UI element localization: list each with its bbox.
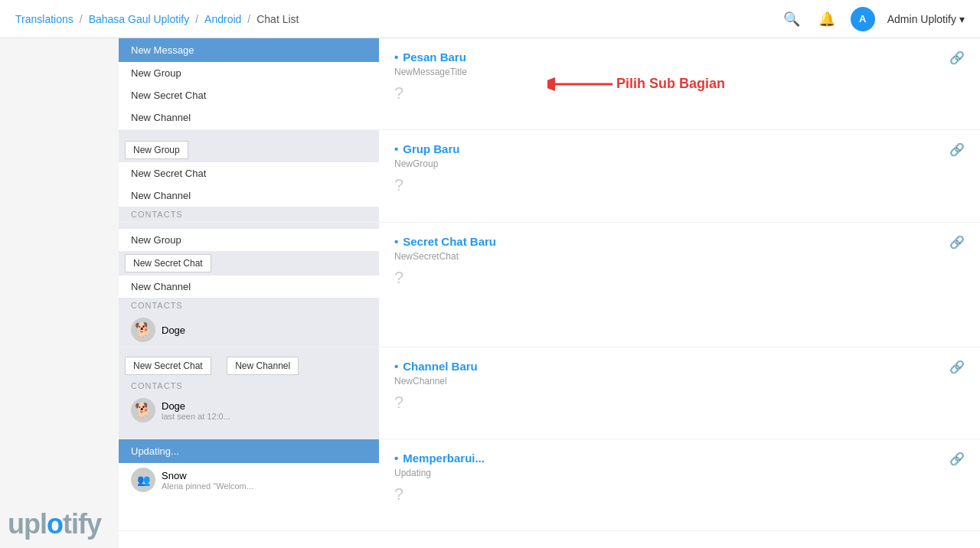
updating-button[interactable]: Updating...: [119, 439, 379, 463]
new-secret-chat-item[interactable]: New Secret Chat: [119, 84, 379, 106]
contacts-label-4: CONTACTS: [119, 378, 379, 393]
chat-value-2: ?: [394, 175, 965, 195]
chat-title-1: Pesan Baru: [394, 51, 965, 64]
breadcrumb-translations[interactable]: Translations: [15, 13, 74, 25]
logo: uplotify: [8, 508, 101, 540]
annotation-text: Pilih Sub Bagian: [616, 76, 725, 92]
chat-key-4: NewChannel: [394, 376, 965, 387]
chat-preview-4: New Secret Chat New Channel CONTACTS 🐕 D…: [119, 347, 379, 439]
avatar: A: [851, 7, 875, 31]
link-icon-2[interactable]: 🔗: [949, 142, 965, 157]
contact-name-3: Doge: [162, 325, 185, 336]
breadcrumb-sep-2: /: [195, 13, 198, 25]
logo-text: uplotify: [8, 508, 101, 540]
contact-info-4: Doge last seen at 12:0...: [162, 400, 230, 421]
chat-title-3: Secret Chat Baru: [394, 235, 965, 248]
admin-name-button[interactable]: Admin Uplotify ▾: [887, 13, 965, 25]
contact-item-5: 👥 Snow Alena pinned "Welcom...: [119, 463, 379, 497]
chat-row-4: New Secret Chat New Channel CONTACTS 🐕 D…: [119, 347, 980, 439]
link-icon-1[interactable]: 🔗: [949, 51, 965, 65]
contact-info-5: Snow Alena pinned "Welcom...: [162, 470, 253, 491]
chat-key-3: NewSecretChat: [394, 251, 965, 262]
breadcrumb-sep-3: /: [247, 13, 250, 25]
header: Translations / Bahasa Gaul Uplotify / An…: [0, 0, 980, 38]
new-channel-item-3[interactable]: New Channel: [119, 276, 379, 298]
chat-content-2: Grup Baru NewGroup ? 🔗: [379, 130, 980, 222]
contact-avatar-3: 🐕: [131, 318, 155, 342]
contact-item-3: 🐕 Doge: [119, 313, 379, 347]
chat-preview-5: Updating... 👥 Snow Alena pinned "Welcom.…: [119, 439, 379, 530]
new-channel-item[interactable]: New Channel: [119, 106, 379, 129]
new-secret-bordered-4[interactable]: New Secret Chat: [125, 357, 211, 375]
chat-row-3: New Group New Secret Chat New Channel CO…: [119, 223, 980, 347]
chat-row-5: Updating... 👥 Snow Alena pinned "Welcom.…: [119, 439, 980, 531]
search-icon[interactable]: 🔍: [780, 8, 803, 31]
annotation: Pilih Sub Bagian: [547, 69, 725, 99]
new-group-item[interactable]: New Group: [119, 62, 379, 84]
new-group-bordered[interactable]: New Group: [125, 141, 188, 159]
chat-title-5: Memperbarui...: [394, 452, 965, 465]
new-channel-bordered-4[interactable]: New Channel: [227, 357, 299, 375]
new-message-button[interactable]: New Message: [119, 38, 379, 62]
breadcrumb: Translations / Bahasa Gaul Uplotify / An…: [15, 13, 299, 25]
chat-row-2: New Group New Secret Chat New Channel CO…: [119, 130, 980, 223]
chat-preview-3: New Group New Secret Chat New Channel CO…: [119, 223, 379, 347]
contact-sub-4: last seen at 12:0...: [162, 412, 230, 421]
chat-content-4: Channel Baru NewChannel ? 🔗: [379, 347, 980, 439]
chat-preview-1: New Message New Group New Secret Chat Ne…: [119, 38, 379, 129]
chevron-down-icon: ▾: [959, 13, 965, 25]
chat-title-4: Channel Baru: [394, 360, 965, 373]
chat-row: New Message New Group New Secret Chat Ne…: [119, 38, 980, 130]
link-icon-3[interactable]: 🔗: [949, 235, 965, 250]
new-secret-bordered[interactable]: New Secret Chat: [125, 254, 211, 272]
chat-title-2: Grup Baru: [394, 142, 965, 155]
new-channel-item-2[interactable]: New Channel: [119, 184, 379, 207]
chat-content-5: Memperbarui... Updating ? 🔗: [379, 439, 980, 530]
sidebar: uplotify: [0, 38, 119, 548]
contacts-label-3: CONTACTS: [119, 298, 379, 313]
chat-key-2: NewGroup: [394, 158, 965, 169]
chat-key-5: Updating: [394, 468, 965, 478]
contacts-label-2: CONTACTS: [119, 207, 379, 222]
link-icon-5[interactable]: 🔗: [949, 452, 965, 466]
chat-value-4: ?: [394, 393, 965, 413]
contact-info-3: Doge: [162, 325, 185, 336]
chat-preview-2: New Group New Secret Chat New Channel CO…: [119, 130, 379, 222]
breadcrumb-bahasa[interactable]: Bahasa Gaul Uplotify: [89, 13, 190, 25]
content: New Message New Group New Secret Chat Ne…: [119, 38, 980, 548]
chat-content-3: Secret Chat Baru NewSecretChat ? 🔗: [379, 223, 980, 347]
breadcrumb-sep-1: /: [80, 13, 83, 25]
header-right: 🔍 🔔 A Admin Uplotify ▾: [780, 7, 965, 31]
contact-item-4: 🐕 Doge last seen at 12:0...: [119, 393, 379, 427]
breadcrumb-current: Chat List: [256, 13, 299, 25]
chat-value-3: ?: [394, 268, 965, 288]
main: uplotify New Message New Group New Secre…: [0, 38, 980, 548]
arrow-svg: [547, 69, 616, 99]
breadcrumb-android[interactable]: Android: [204, 13, 241, 25]
contact-name-5: Snow: [162, 470, 253, 481]
link-icon-4[interactable]: 🔗: [949, 360, 965, 374]
chat-value-5: ?: [394, 484, 965, 504]
contact-name-4: Doge: [162, 400, 230, 412]
contact-avatar-5: 👥: [131, 468, 155, 492]
new-secret-chat-item-2[interactable]: New Secret Chat: [119, 162, 379, 184]
notification-icon[interactable]: 🔔: [815, 8, 838, 31]
contact-avatar-4: 🐕: [131, 398, 155, 422]
new-group-item-3[interactable]: New Group: [119, 229, 379, 251]
contact-sub-5: Alena pinned "Welcom...: [162, 481, 253, 491]
